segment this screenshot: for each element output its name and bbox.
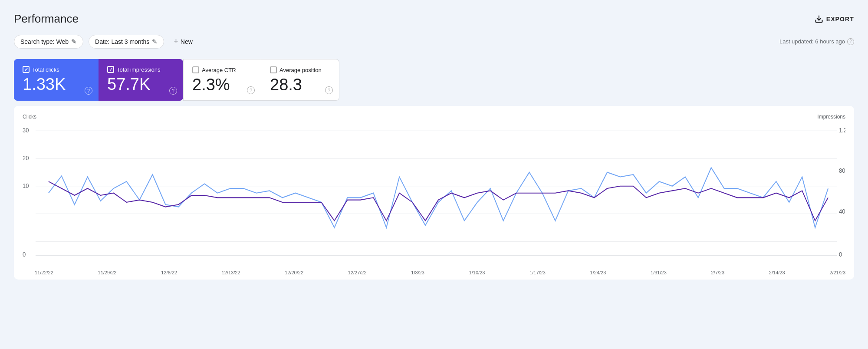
total-clicks-checkbox[interactable]: ✓ [23,66,30,73]
average-position-help[interactable]: ? [325,86,333,94]
date-label: Date: Last 3 months [95,38,149,45]
average-ctr-label: Average CTR [202,67,236,73]
page-title: Performance [14,12,79,26]
new-button[interactable]: + New [169,34,197,49]
edit-icon: ✎ [152,38,158,46]
search-type-label: Search type: Web [20,38,69,45]
metric-total-impressions[interactable]: ✓ Total impressions 57.7K ? [99,59,183,101]
total-clicks-help[interactable]: ? [85,87,92,95]
svg-text:1.2K: 1.2K [839,127,845,134]
last-updated: Last updated: 6 hours ago ? [779,38,854,45]
metrics-row: ✓ Total clicks 1.33K ? ✓ Total impressio… [14,59,854,101]
export-label: EXPORT [826,16,854,23]
chart-wrapper: 30 20 10 0 1.2K 800 400 0 [23,122,845,269]
date-filter[interactable]: Date: Last 3 months ✎ [89,35,164,49]
average-position-value: 28.3 [270,76,329,94]
x-label-11: 2/7/23 [711,270,725,275]
x-label-6: 1/3/23 [411,270,424,275]
svg-text:10: 10 [23,182,29,189]
metric-average-position[interactable]: Average position 28.3 ? [261,59,339,101]
checkmark-icon: ✓ [109,67,113,72]
svg-text:0: 0 [23,251,26,258]
average-position-label: Average position [279,67,322,73]
x-label-0: 11/22/22 [35,270,53,275]
edit-icon: ✎ [71,38,77,46]
average-ctr-value: 2.3% [192,76,250,94]
total-impressions-checkbox[interactable]: ✓ [107,66,114,73]
total-impressions-value: 57.7K [107,76,173,94]
new-label: New [181,38,193,45]
average-ctr-help[interactable]: ? [247,86,255,94]
x-label-13: 2/21/23 [829,270,845,275]
search-type-filter[interactable]: Search type: Web ✎ [14,35,83,49]
x-label-8: 1/17/23 [529,270,546,275]
metric-average-ctr[interactable]: Average CTR 2.3% ? [183,59,261,101]
x-label-2: 12/6/22 [161,270,177,275]
total-impressions-label: Total impressions [117,66,160,73]
y-right-label: Impressions [817,114,845,120]
chart-container: Clicks Impressions 30 20 10 0 1.2K 800 [14,106,854,280]
svg-text:400: 400 [839,208,845,215]
plus-icon: + [174,37,178,46]
download-icon [815,15,823,23]
svg-text:0: 0 [839,251,842,258]
help-icon: ? [847,38,854,45]
x-label-1: 11/29/22 [98,270,117,275]
x-label-3: 12/13/22 [222,270,240,275]
x-label-5: 12/27/22 [348,270,367,275]
svg-text:30: 30 [23,127,29,134]
x-label-7: 1/10/23 [469,270,485,275]
metric-total-clicks[interactable]: ✓ Total clicks 1.33K ? [14,59,99,101]
export-button[interactable]: EXPORT [815,15,854,23]
x-label-12: 2/14/23 [769,270,785,275]
chart-svg: 30 20 10 0 1.2K 800 400 0 [23,122,845,269]
x-label-10: 1/31/23 [651,270,667,275]
average-ctr-checkbox[interactable] [192,66,199,73]
svg-text:20: 20 [23,155,29,161]
total-clicks-label: Total clicks [32,66,59,73]
total-clicks-value: 1.33K [23,76,88,94]
checkmark-icon: ✓ [24,67,28,72]
svg-text:800: 800 [839,167,845,174]
total-impressions-help[interactable]: ? [169,87,177,95]
x-label-4: 12/20/22 [285,270,303,275]
x-label-9: 1/24/23 [590,270,606,275]
y-left-label: Clicks [23,114,36,120]
average-position-checkbox[interactable] [270,66,277,73]
